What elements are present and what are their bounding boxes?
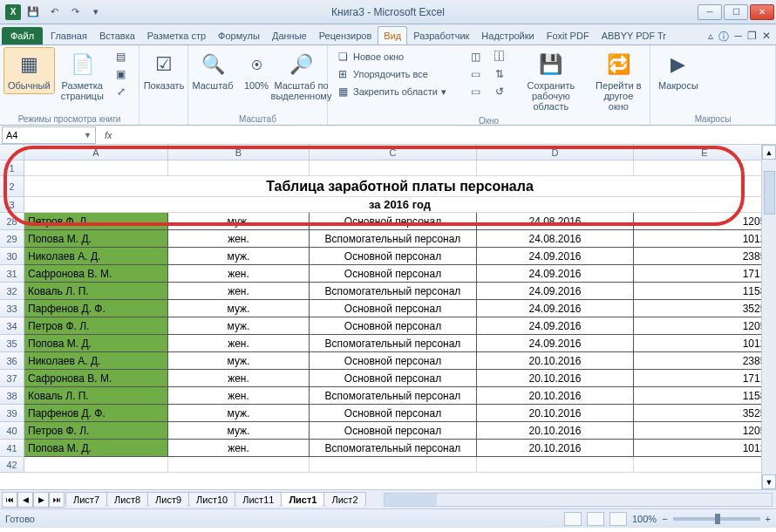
zoom-pct[interactable]: 100%	[632, 514, 657, 524]
qat-more-icon[interactable]: ▾	[87, 3, 105, 21]
sync-scroll-button[interactable]: ⇅	[490, 66, 509, 82]
col-header-D[interactable]: D	[477, 145, 634, 160]
cell[interactable]	[477, 457, 634, 473]
cell-name[interactable]: Петров Ф. Л.	[24, 317, 168, 335]
custom-views-button[interactable]: ▣	[112, 66, 131, 82]
maximize-button[interactable]: ☐	[724, 4, 748, 20]
row-header[interactable]: 36	[0, 352, 24, 370]
row-header[interactable]: 37	[0, 370, 24, 387]
cell-amount[interactable]: 12050	[634, 213, 776, 230]
doc-minimize-icon[interactable]: ─	[734, 30, 742, 44]
doc-restore-icon[interactable]: ❐	[747, 30, 757, 44]
hscroll-thumb[interactable]	[385, 494, 437, 506]
cell-name[interactable]: Парфенов Д. Ф.	[24, 300, 168, 317]
cell-date[interactable]: 20.10.2016	[477, 440, 634, 457]
row-header[interactable]: 38	[0, 387, 24, 405]
tab-home[interactable]: Главная	[44, 26, 93, 44]
cell-category[interactable]: Вспомогательный персонал	[310, 230, 477, 248]
spreadsheet-grid[interactable]: A B C D E 1 2Таблица заработной платы пе…	[0, 145, 776, 489]
row-header[interactable]: 39	[0, 405, 24, 422]
cell-amount[interactable]: 10125	[634, 440, 776, 457]
cell[interactable]	[634, 457, 776, 473]
cell-gender[interactable]: жен.	[168, 440, 310, 457]
pagebreak-view-icon[interactable]	[609, 512, 627, 526]
hide-button[interactable]: ▭	[466, 66, 485, 82]
save-icon[interactable]: 💾	[24, 3, 42, 21]
cell-name[interactable]: Коваль Л. П.	[24, 387, 168, 405]
cell-category[interactable]: Основной персонал	[310, 352, 477, 370]
cell-gender[interactable]: муж.	[168, 213, 310, 230]
cell-category[interactable]: Основной персонал	[310, 317, 477, 335]
arrange-all-button[interactable]: ⊞Упорядочить все	[333, 66, 460, 82]
zoom-knob[interactable]	[715, 514, 720, 524]
cell-amount[interactable]: 23851	[634, 248, 776, 265]
row-header[interactable]: 34	[0, 317, 24, 335]
cell-amount[interactable]: 35254	[634, 300, 776, 317]
sheet-tab[interactable]: Лист7	[65, 492, 107, 507]
cell[interactable]	[24, 160, 168, 176]
sheet-nav-next-icon[interactable]: ▶	[33, 492, 49, 508]
row-header[interactable]: 33	[0, 300, 24, 317]
cell-name[interactable]: Николаев А. Д.	[24, 352, 168, 370]
cell-date[interactable]: 20.10.2016	[477, 405, 634, 422]
cell[interactable]	[477, 160, 634, 176]
tab-insert[interactable]: Вставка	[93, 26, 141, 44]
cell-date[interactable]: 24.09.2016	[477, 300, 634, 317]
sheet-nav-first-icon[interactable]: ⏮	[2, 492, 17, 508]
help-icon[interactable]: ⓘ	[718, 30, 729, 44]
doc-close-icon[interactable]: ✕	[762, 30, 771, 44]
cell-name[interactable]: Попова М. Д.	[24, 230, 168, 248]
cell-gender[interactable]: жен.	[168, 370, 310, 387]
cell-category[interactable]: Основной персонал	[310, 422, 477, 440]
sheet-tab[interactable]: Лист1	[281, 492, 324, 507]
tab-view[interactable]: Вид	[378, 26, 407, 44]
tab-abbyy[interactable]: ABBYY PDF Tr	[596, 26, 672, 44]
sheet-tab[interactable]: Лист10	[188, 492, 235, 507]
cell-amount[interactable]: 17110	[634, 370, 776, 387]
reset-pos-button[interactable]: ↺	[490, 84, 509, 99]
cell-date[interactable]: 20.10.2016	[477, 352, 634, 370]
cell-date[interactable]: 20.10.2016	[477, 422, 634, 440]
tab-foxit[interactable]: Foxit PDF	[541, 26, 596, 44]
cell-date[interactable]: 24.09.2016	[477, 265, 634, 283]
row-header[interactable]: 3	[0, 197, 24, 213]
row-header[interactable]: 29	[0, 230, 24, 248]
switch-windows-button[interactable]: 🔁 Перейти в другое окно	[591, 47, 646, 115]
cell-name[interactable]: Николаев А. Д.	[24, 248, 168, 265]
sidebyside-button[interactable]: ⿰	[490, 49, 509, 65]
row-header[interactable]: 1	[0, 160, 24, 176]
cell-date[interactable]: 24.08.2016	[477, 230, 634, 248]
new-window-button[interactable]: ❏Новое окно	[333, 49, 460, 65]
cell-gender[interactable]: жен.	[168, 335, 310, 352]
sheet-tab[interactable]: Лист2	[323, 492, 365, 507]
name-box-dropdown-icon[interactable]: ▼	[84, 131, 92, 140]
normal-view-button[interactable]: ▦ Обычный	[3, 47, 55, 94]
title-cell[interactable]: Таблица заработной платы персонала	[24, 176, 776, 197]
cell-category[interactable]: Вспомогательный персонал	[310, 335, 477, 352]
cell-amount[interactable]: 10125	[634, 335, 776, 352]
macros-button[interactable]: ▶ Макросы	[654, 47, 703, 94]
row-header[interactable]: 32	[0, 283, 24, 300]
cell-name[interactable]: Сафронова В. М.	[24, 370, 168, 387]
zoom-in-button[interactable]: +	[766, 514, 771, 524]
col-header-B[interactable]: B	[168, 145, 310, 160]
zoom-out-button[interactable]: −	[662, 514, 667, 524]
cell-gender[interactable]: жен.	[168, 387, 310, 405]
fullscreen-button[interactable]: ⤢	[112, 84, 131, 99]
cell-amount[interactable]: 12050	[634, 317, 776, 335]
minimize-ribbon-icon[interactable]: ▵	[708, 30, 713, 44]
fx-button[interactable]: fx	[105, 130, 112, 140]
zoom-slider[interactable]	[673, 517, 760, 521]
undo-icon[interactable]: ↶	[45, 3, 63, 21]
pagebreak-preview-button[interactable]: ▤	[112, 49, 131, 65]
cell-category[interactable]: Основной персонал	[310, 213, 477, 230]
row-header[interactable]: 28	[0, 213, 24, 230]
scroll-up-icon[interactable]: ▲	[762, 145, 776, 160]
col-header-C[interactable]: C	[310, 145, 477, 160]
tab-data[interactable]: Данные	[266, 26, 313, 44]
sheet-tab[interactable]: Лист8	[106, 492, 148, 507]
scroll-thumb[interactable]	[764, 171, 775, 215]
minimize-button[interactable]: ─	[698, 4, 722, 20]
cell-amount[interactable]: 12050	[634, 422, 776, 440]
cell[interactable]	[310, 457, 477, 473]
